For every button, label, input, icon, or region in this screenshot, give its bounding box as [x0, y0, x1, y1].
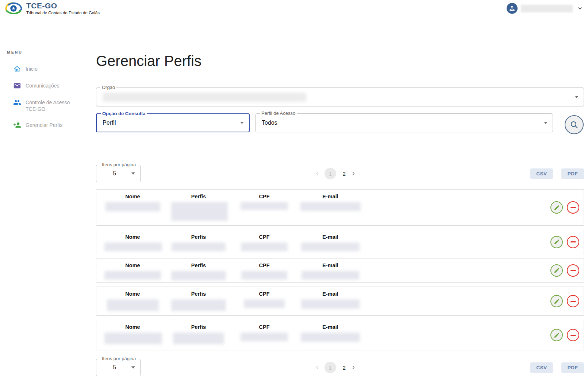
cell-perfis-redacted [171, 299, 226, 311]
column-header-cpf: CPF [237, 234, 292, 240]
items-per-page-select[interactable]: Itens por página 5 [96, 165, 141, 182]
items-per-page-value: 5 [113, 364, 116, 371]
csv-export-button[interactable]: CSV [530, 168, 553, 179]
page-1-button[interactable]: 1 [324, 168, 336, 179]
cell-email-redacted [301, 332, 360, 342]
cell-nome-redacted [104, 271, 161, 280]
brand-subtitle: Tribunal de Contas do Estado de Goiás [26, 11, 100, 15]
cell-cpf-redacted [241, 202, 288, 210]
pdf-export-button[interactable]: PDF [561, 362, 584, 373]
next-page-icon[interactable] [349, 363, 357, 372]
column-header-email: E-mail [290, 291, 371, 297]
column-header-cpf: CPF [237, 324, 292, 330]
page-1-button[interactable]: 1 [324, 362, 336, 373]
remove-button[interactable] [567, 236, 579, 248]
items-per-page-select[interactable]: Itens por página 5 [96, 359, 141, 376]
remove-button[interactable] [567, 264, 579, 277]
mail-icon [13, 82, 21, 90]
app-header: TCE-GO Tribunal de Contas do Estado de G… [0, 0, 588, 17]
dropdown-arrow-icon [240, 122, 244, 124]
items-per-page-label: Itens por página [100, 162, 137, 167]
people-icon [13, 98, 21, 106]
opcao-consulta-value: Perfil [103, 120, 116, 126]
edit-button[interactable] [550, 329, 563, 341]
edit-button[interactable] [550, 236, 563, 248]
column-header-email: E-mail [290, 234, 371, 240]
pdf-export-button[interactable]: PDF [561, 168, 584, 179]
results-list: Nome Perfis CPF E-mail Nome Perfis CPF E… [96, 189, 584, 350]
sidebar-item-label: Inicio [26, 65, 38, 72]
cell-cpf-redacted [241, 332, 288, 341]
cell-nome-redacted [105, 202, 160, 211]
pencil-icon [554, 298, 560, 304]
csv-export-button[interactable]: CSV [530, 362, 553, 373]
perfil-acesso-label: Perfil de Acesso [260, 110, 297, 116]
edit-button[interactable] [550, 295, 563, 307]
brand-text: TCE-GO Tribunal de Contas do Estado de G… [26, 2, 100, 15]
cell-email-redacted [301, 242, 360, 251]
remove-button[interactable] [567, 201, 579, 214]
cell-cpf-redacted [244, 299, 285, 308]
opcao-consulta-label: Opção de Consulta [101, 111, 147, 116]
column-header-nome: Nome [104, 291, 161, 297]
user-avatar[interactable] [507, 3, 518, 14]
previous-page-icon[interactable] [314, 363, 322, 372]
column-header-email: E-mail [290, 194, 371, 199]
cell-email-redacted [301, 299, 360, 309]
paginator: 1 2 [141, 362, 530, 373]
user-name-redacted [521, 5, 573, 12]
opcao-consulta-select[interactable]: Opção de Consulta Perfil [96, 113, 250, 132]
pencil-icon [554, 239, 560, 245]
sidebar-item-inicio[interactable]: Inicio [7, 65, 96, 73]
column-header-perfis: Perfis [171, 234, 226, 240]
edit-button[interactable] [550, 264, 563, 277]
list-controls-bottom: Itens por página 5 1 2 CSV PDF [96, 359, 584, 376]
page-2-button[interactable]: 2 [343, 365, 346, 371]
sidebar-item-gerenciar-perfis[interactable]: Gerenciar Perfis [7, 121, 96, 129]
remove-button[interactable] [567, 295, 579, 307]
sidebar: MENU Inicio Comunicações Controle de Ace… [0, 17, 96, 376]
search-button[interactable] [565, 115, 584, 134]
orgao-select[interactable]: Órgão [96, 88, 584, 106]
column-header-perfis: Perfis [171, 262, 226, 268]
sidebar-item-label: Comunicações [26, 82, 59, 89]
items-per-page-label: Itens por página [100, 356, 137, 361]
next-page-icon[interactable] [349, 170, 357, 178]
cell-perfis-redacted [173, 332, 224, 344]
cell-nome-redacted [104, 332, 162, 344]
pencil-icon [554, 205, 560, 211]
column-header-perfis: Perfis [171, 291, 226, 297]
sidebar-item-comunicacoes[interactable]: Comunicações [7, 82, 96, 90]
home-icon [13, 65, 21, 73]
list-controls-top: Itens por página 5 1 2 CSV PDF [96, 165, 584, 182]
dropdown-arrow-icon [131, 366, 135, 369]
dropdown-arrow-icon [575, 96, 579, 98]
cell-perfis-redacted [172, 242, 226, 251]
column-header-email: E-mail [290, 324, 371, 330]
cell-nome-redacted [107, 299, 159, 311]
column-header-nome: Nome [104, 262, 161, 268]
cell-nome-redacted [104, 242, 162, 251]
menu-heading: MENU [7, 50, 96, 54]
chevron-down-icon[interactable] [577, 5, 583, 11]
dropdown-arrow-icon [131, 172, 135, 175]
sidebar-item-controle-de-acesso[interactable]: Controle de Acesso TCE-GO [7, 98, 96, 112]
perfil-acesso-select[interactable]: Perfil de Acesso Todos [255, 113, 553, 132]
previous-page-icon[interactable] [314, 170, 322, 178]
page-2-button[interactable]: 2 [343, 171, 346, 177]
column-header-cpf: CPF [237, 291, 292, 297]
brand-name: TCE-GO [26, 2, 100, 10]
minus-icon [570, 301, 576, 302]
remove-button[interactable] [567, 329, 579, 341]
table-row: Nome Perfis CPF E-mail [96, 230, 584, 254]
cell-cpf-redacted [241, 271, 287, 280]
dropdown-arrow-icon [544, 122, 547, 124]
column-header-cpf: CPF [237, 262, 292, 268]
sidebar-item-label: Gerenciar Perfis [26, 121, 62, 128]
cell-cpf-redacted [241, 242, 288, 251]
person-icon [508, 5, 516, 12]
minus-icon [570, 335, 576, 336]
edit-button[interactable] [550, 201, 563, 214]
pencil-icon [554, 332, 560, 338]
sidebar-item-label: Controle de Acesso TCE-GO [26, 98, 80, 112]
